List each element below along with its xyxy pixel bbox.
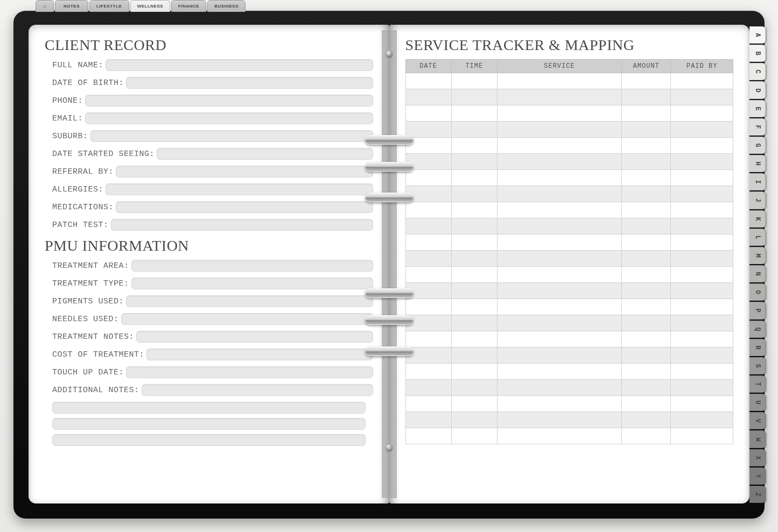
alpha-tab-a[interactable]: A	[749, 26, 766, 44]
cell-amount[interactable]	[622, 283, 671, 299]
cell-date[interactable]	[405, 218, 451, 235]
cell-paid-by[interactable]	[671, 154, 733, 170]
cell-amount[interactable]	[622, 218, 671, 235]
cell-time[interactable]	[451, 412, 497, 428]
cell-time[interactable]	[451, 170, 497, 186]
cell-amount[interactable]	[622, 170, 671, 186]
cell-paid-by[interactable]	[671, 138, 733, 154]
alpha-tab-c[interactable]: C	[749, 63, 766, 80]
cell-paid-by[interactable]	[671, 251, 733, 267]
cell-amount[interactable]	[622, 138, 671, 154]
cell-amount[interactable]	[622, 380, 671, 396]
cell-service[interactable]	[497, 170, 621, 186]
input-patch-test[interactable]	[111, 219, 373, 231]
alpha-tab-x[interactable]: X	[749, 449, 766, 466]
cell-date[interactable]	[405, 186, 451, 202]
input-suburb[interactable]	[90, 130, 373, 142]
cell-service[interactable]	[497, 315, 621, 331]
alpha-tab-p[interactable]: P	[749, 302, 766, 319]
cell-service[interactable]	[497, 251, 621, 267]
cell-paid-by[interactable]	[671, 170, 733, 186]
input-phone[interactable]	[85, 95, 373, 107]
cell-date[interactable]	[405, 202, 451, 218]
cell-service[interactable]	[497, 89, 621, 105]
cell-date[interactable]	[405, 73, 451, 89]
cell-date[interactable]	[405, 251, 451, 267]
cell-paid-by[interactable]	[671, 299, 733, 315]
input-additional-notes-extra[interactable]	[52, 402, 366, 414]
cell-time[interactable]	[451, 202, 497, 218]
cell-amount[interactable]	[622, 186, 671, 202]
tab-home[interactable]: ⌂	[36, 0, 54, 12]
cell-amount[interactable]	[622, 412, 671, 428]
cell-amount[interactable]	[622, 89, 671, 105]
input-needles-used[interactable]	[121, 313, 373, 325]
cell-date[interactable]	[405, 122, 451, 138]
cell-service[interactable]	[497, 364, 621, 380]
cell-date[interactable]	[405, 299, 451, 315]
cell-service[interactable]	[497, 396, 621, 412]
alpha-tab-h[interactable]: H	[749, 155, 766, 172]
cell-date[interactable]	[405, 89, 451, 105]
cell-amount[interactable]	[622, 202, 671, 218]
alpha-tab-z[interactable]: Z	[749, 486, 766, 503]
alpha-tab-b[interactable]: B	[749, 45, 766, 62]
cell-time[interactable]	[451, 315, 497, 331]
cell-time[interactable]	[451, 218, 497, 235]
cell-service[interactable]	[497, 186, 621, 202]
cell-date[interactable]	[405, 380, 451, 396]
tab-notes[interactable]: NOTES	[55, 0, 88, 12]
tab-wellness[interactable]: WELLNESS	[130, 0, 170, 12]
cell-paid-by[interactable]	[671, 315, 733, 331]
cell-time[interactable]	[451, 235, 497, 251]
cell-service[interactable]	[497, 331, 621, 347]
cell-amount[interactable]	[622, 299, 671, 315]
cell-paid-by[interactable]	[671, 235, 733, 251]
cell-time[interactable]	[451, 89, 497, 105]
cell-date[interactable]	[405, 154, 451, 170]
cell-amount[interactable]	[622, 347, 671, 364]
cell-paid-by[interactable]	[671, 428, 733, 444]
cell-time[interactable]	[451, 154, 497, 170]
input-date-started[interactable]	[157, 148, 373, 160]
cell-service[interactable]	[497, 138, 621, 154]
cell-service[interactable]	[497, 412, 621, 428]
cell-time[interactable]	[451, 331, 497, 347]
input-additional-notes-extra[interactable]	[52, 434, 366, 446]
cell-time[interactable]	[451, 73, 497, 89]
alpha-tab-n[interactable]: N	[749, 265, 766, 282]
cell-time[interactable]	[451, 186, 497, 202]
cell-time[interactable]	[451, 105, 497, 122]
cell-time[interactable]	[451, 396, 497, 412]
tab-lifestyle[interactable]: LIFESTYLE	[89, 0, 129, 12]
cell-paid-by[interactable]	[671, 105, 733, 122]
alpha-tab-l[interactable]: L	[749, 229, 766, 246]
alpha-tab-r[interactable]: R	[749, 339, 766, 356]
input-dob[interactable]	[126, 77, 373, 89]
input-touch-up[interactable]	[126, 366, 373, 378]
cell-date[interactable]	[405, 364, 451, 380]
cell-paid-by[interactable]	[671, 380, 733, 396]
cell-paid-by[interactable]	[671, 218, 733, 235]
input-additional-notes-extra[interactable]	[52, 418, 366, 430]
cell-paid-by[interactable]	[671, 122, 733, 138]
cell-service[interactable]	[497, 218, 621, 235]
cell-date[interactable]	[405, 347, 451, 364]
cell-service[interactable]	[497, 202, 621, 218]
cell-time[interactable]	[451, 299, 497, 315]
alpha-tab-s[interactable]: S	[749, 357, 766, 374]
cell-time[interactable]	[451, 138, 497, 154]
cell-service[interactable]	[497, 235, 621, 251]
input-medications[interactable]	[116, 201, 373, 213]
cell-amount[interactable]	[622, 105, 671, 122]
input-referral[interactable]	[116, 166, 373, 178]
input-full-name[interactable]	[106, 59, 373, 71]
cell-service[interactable]	[497, 380, 621, 396]
alpha-tab-k[interactable]: K	[749, 210, 766, 228]
cell-service[interactable]	[497, 105, 621, 122]
alpha-tab-v[interactable]: V	[749, 412, 766, 429]
cell-time[interactable]	[451, 267, 497, 283]
alpha-tab-o[interactable]: O	[749, 283, 766, 301]
cell-time[interactable]	[451, 283, 497, 299]
cell-date[interactable]	[405, 315, 451, 331]
